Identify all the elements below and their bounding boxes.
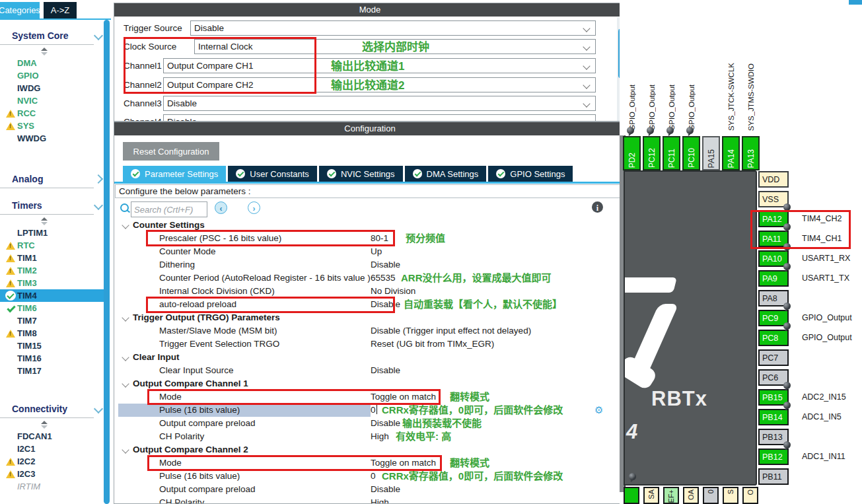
pin-bottom-1[interactable] — [624, 487, 639, 504]
param-row-ch2-mode[interactable]: ModeToggle on match翻转模式 — [114, 456, 626, 470]
param-row-clear-input-source[interactable]: Clear Input SourceDisable — [114, 364, 626, 377]
pin-bottom-4[interactable]: OA — [683, 487, 699, 504]
sidebar-item-nvic[interactable]: NVIC — [0, 94, 111, 107]
tab-dma-settings[interactable]: DMA Settings — [405, 166, 487, 182]
param-row-trigger-event-trgo[interactable]: Trigger Event Selection TRGOReset (UG bi… — [114, 338, 626, 351]
pin-pd2[interactable]: PD2 — [623, 136, 641, 170]
tree-section-clear-input[interactable]: Clear Input — [114, 351, 626, 364]
search-next-button[interactable] — [248, 201, 260, 214]
param-row-master-slave-mode[interactable]: Master/Slave Mode (MSM bit)Disable (Trig… — [114, 324, 626, 338]
sidebar-item-dma[interactable]: DMA — [0, 57, 111, 69]
sidebar-item-tim4-selected[interactable]: TIM4 — [0, 289, 108, 302]
pin-bottom-6[interactable]: S — [723, 487, 738, 504]
param-row-ch2-pulse[interactable]: Pulse (16 bits value)0CRRx寄存器值，0即可，后面软件会… — [114, 470, 626, 483]
sort-icon[interactable] — [41, 48, 48, 55]
sidebar-item-i2c2[interactable]: I2C2 — [0, 455, 111, 468]
sort-icon[interactable] — [41, 217, 48, 225]
warning-icon — [5, 469, 16, 480]
chip-bottom-pins: SA EF+ OA 0 S O — [624, 487, 758, 504]
collapsed-panel-handle[interactable] — [849, 0, 862, 5]
pin-bottom-7[interactable]: O — [742, 487, 758, 504]
tree-section-counter-settings[interactable]: Counter Settings — [114, 219, 626, 232]
chip-body[interactable]: RBTx 4 — [624, 170, 757, 486]
sidebar-item-gpio[interactable]: GPIO — [0, 69, 111, 82]
sidebar-item-tim2[interactable]: TIM2 — [0, 264, 111, 277]
param-row-ch1-preload[interactable]: Output compare preloadDisable输出预装载不使能 — [114, 417, 626, 430]
pin-pc7[interactable]: PC7 — [758, 349, 789, 366]
sort-icon[interactable] — [41, 421, 48, 429]
pin-bottom-5[interactable]: 0 — [703, 487, 719, 504]
sidebar-item-i2c1[interactable]: I2C1 — [0, 443, 111, 455]
sidebar-item-irtim[interactable]: IRTIM — [0, 480, 111, 493]
pin-pc10[interactable]: PC10 — [682, 136, 700, 170]
search-input[interactable] — [131, 201, 207, 217]
pin-pc11[interactable]: PC11 — [663, 136, 680, 170]
sidebar-item-rcc[interactable]: RCC — [0, 107, 111, 120]
tree-section-output-compare-ch2[interactable]: Output Compare Channel 2 — [114, 443, 626, 456]
pin-pa14[interactable]: PA14 — [722, 136, 740, 170]
sidebar-item-sys[interactable]: SYS — [0, 120, 111, 132]
param-row-clock-division[interactable]: Internal Clock Division (CKD)No Division — [114, 285, 626, 298]
param-row-ch1-polarity[interactable]: CH PolarityHigh有效电平: 高 — [114, 430, 626, 443]
sidebar-item-i2c3[interactable]: I2C3 — [0, 468, 111, 480]
sidebar-item-tim7[interactable]: TIM7 — [0, 314, 111, 327]
sidebar-item-tim8[interactable]: TIM8 — [0, 327, 111, 340]
channel1-dropdown[interactable]: Output Compare CH1 输出比较通道1 — [163, 58, 596, 73]
param-row-dithering[interactable]: DitheringDisable — [114, 258, 626, 271]
pushpin-icon — [779, 382, 791, 394]
pin-bottom-2[interactable]: SA — [643, 487, 659, 504]
sidebar-item-tim6[interactable]: TIM6 — [0, 302, 111, 314]
trigger-source-dropdown[interactable]: Disable — [190, 20, 596, 36]
pin-vdd[interactable]: VDD — [758, 171, 789, 188]
reset-configuration-button[interactable]: Reset Configuration — [123, 142, 219, 161]
param-row-counter-mode[interactable]: Counter ModeUp — [114, 245, 626, 258]
search-prev-button[interactable] — [215, 201, 227, 214]
pin-pa13[interactable]: PA13 — [742, 136, 760, 170]
sidebar-item-wwdg[interactable]: WWDG — [0, 132, 111, 145]
mode-row-trigger-source: Trigger Source Disable — [114, 20, 626, 36]
pin-pc12[interactable]: PC12 — [643, 136, 661, 170]
pin-bottom-3[interactable]: EF+ — [663, 487, 679, 504]
sidebar-item-rtc[interactable]: RTC — [0, 239, 111, 252]
param-row-ch2-preload[interactable]: Output compare preloadDisable — [114, 483, 626, 496]
section-connectivity[interactable]: Connectivity — [0, 402, 111, 415]
sidebar-item-tim17[interactable]: TIM17 — [0, 365, 111, 377]
param-row-ch2-polarity[interactable]: CH PolarityHigh — [114, 496, 626, 504]
sidebar-item-tim15[interactable]: TIM15 — [0, 340, 111, 352]
param-row-ch1-pulse[interactable]: Pulse (16 bits value)0CRRx寄存器值，0即可，后面软件会… — [114, 404, 626, 417]
section-analog[interactable]: Analog — [0, 172, 111, 186]
tab-a-z[interactable]: A->Z — [44, 2, 77, 18]
tree-section-trigger-output[interactable]: Trigger Output (TRGO) Parameters — [114, 311, 626, 324]
gear-icon[interactable] — [594, 404, 603, 417]
tab-nvic-settings[interactable]: NVIC Settings — [319, 166, 403, 182]
param-row-prescaler[interactable]: Prescaler (PSC - 16 bits value)80-1预分频值 — [114, 232, 626, 245]
check-icon — [5, 303, 16, 314]
param-row-auto-reload-preload[interactable]: auto-reload preloadDisable自动重装载【看个人，默认不使… — [114, 298, 626, 311]
channel2-dropdown[interactable]: Output Compare CH2 输出比较通道2 — [163, 77, 596, 92]
check-circle-icon — [413, 169, 422, 178]
tree-section-output-compare-ch1[interactable]: Output Compare Channel 1 — [114, 377, 626, 390]
sidebar-item-fdcan1[interactable]: FDCAN1 — [0, 430, 111, 443]
tab-parameter-settings[interactable]: Parameter Settings — [123, 166, 226, 182]
tab-gpio-settings[interactable]: GPIO Settings — [488, 166, 573, 182]
sidebar-item-tim3[interactable]: TIM3 — [0, 277, 111, 289]
sidebar-item-tim16[interactable]: TIM16 — [0, 352, 111, 365]
channel4-dropdown[interactable]: Disable — [163, 114, 596, 122]
pin-pb11[interactable]: PB11 — [758, 468, 789, 485]
section-system-core[interactable]: System Core — [0, 29, 111, 42]
sidebar-item-lptim1[interactable]: LPTIM1 — [0, 227, 111, 239]
tab-user-constants[interactable]: User Constants — [228, 166, 317, 182]
chevron-down-icon — [122, 314, 129, 321]
param-row-counter-period[interactable]: Counter Period (AutoReload Register - 16… — [114, 271, 626, 285]
clock-source-dropdown[interactable]: Internal Clock 选择内部时钟 — [194, 39, 596, 54]
section-timers[interactable]: Timers — [0, 199, 111, 212]
sidebar-scrollbar[interactable] — [104, 20, 110, 504]
channel3-dropdown[interactable]: Disable — [163, 96, 596, 111]
pin-pa15[interactable]: PA15 — [702, 136, 720, 170]
pinout-view: GPIO_OutputPD2 GPIO_OutputPC12 GPIO_Outp… — [620, 0, 862, 504]
info-icon[interactable] — [592, 201, 603, 213]
param-row-ch1-mode[interactable]: ModeToggle on match翻转模式 — [114, 390, 626, 404]
sidebar-item-iwdg[interactable]: IWDG — [0, 82, 111, 94]
sidebar-item-tim1[interactable]: TIM1 — [0, 252, 111, 264]
tab-categories[interactable]: Categories — [0, 2, 40, 18]
